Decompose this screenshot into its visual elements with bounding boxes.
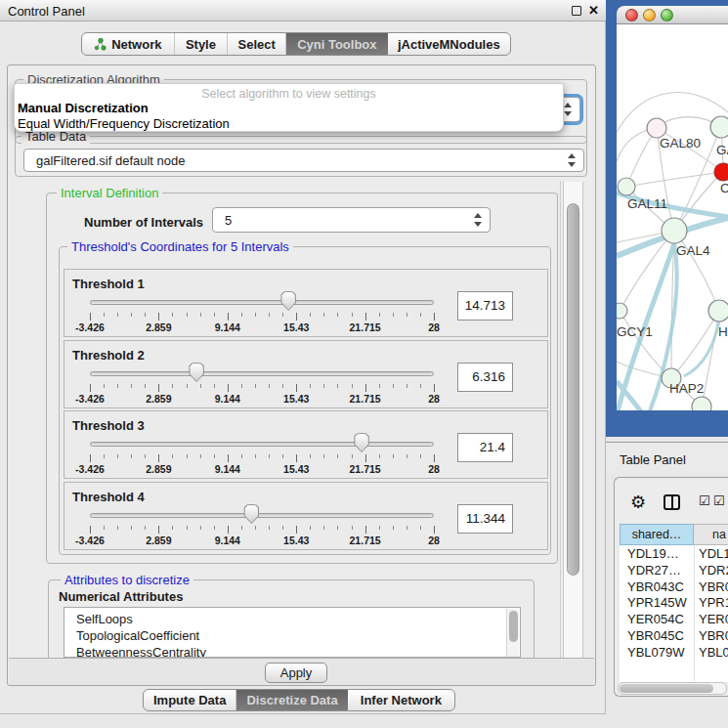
table-data-group: Table Data galFiltered.sif default node: [15, 136, 587, 177]
scrollbar-thumb[interactable]: [509, 611, 518, 642]
threshold-3-slider-track[interactable]: [90, 442, 434, 447]
menu-item-manual-discretization[interactable]: Manual Discretization: [18, 101, 149, 115]
tab-discretize-data-label: Discretize Data: [246, 693, 337, 707]
threshold-4-slider-track[interactable]: [90, 513, 434, 518]
table-row[interactable]: YPR145WYPR1: [620, 594, 728, 611]
tab-cyni-toolbox[interactable]: Cyni Toolbox: [286, 33, 388, 55]
table-row[interactable]: YER054CYER0: [620, 611, 728, 627]
close-traffic-light-icon[interactable]: [625, 9, 638, 21]
list-item[interactable]: BetweennessCentrality: [64, 644, 520, 658]
node-label-hap2: HAP2: [669, 381, 704, 396]
tab-infer-network[interactable]: Infer Network: [348, 690, 454, 710]
node-attribute-table: shared… na YDL19…YDL1 YDR27…YDR2 YBR043C…: [620, 524, 728, 682]
table-row[interactable]: YDL19…YDL1: [620, 545, 728, 562]
threshold-1-panel: Threshold 1 -3.4262.8599.14415.4321.7152…: [64, 269, 548, 337]
threshold-1-label: Threshold 1: [72, 277, 145, 291]
control-panel-tab-bar: Network Style Select Cyni Toolbox jActiv…: [81, 32, 511, 56]
threshold-1-value-field[interactable]: 14.713: [457, 291, 513, 321]
algorithm-dropdown-popup: Select algorithm to view settings Manual…: [14, 83, 564, 132]
node-label-partial-top: GA: [716, 143, 728, 157]
slider-tick-labels: -3.4262.8599.14415.4321.71528: [64, 463, 547, 475]
list-item[interactable]: SelfLoops: [64, 608, 520, 627]
tab-select[interactable]: Select: [228, 33, 286, 55]
checkbox-checked-icon[interactable]: ☑: [699, 493, 710, 508]
screen: Control Panel ✕ Network Style Select: [0, 0, 728, 728]
table-row[interactable]: YDR27…YDR2: [620, 562, 728, 578]
scrollbar-thumb[interactable]: [620, 684, 713, 693]
table-data-combobox[interactable]: galFiltered.sif default node: [23, 149, 584, 172]
checkbox-checked-icon[interactable]: ☑: [713, 493, 725, 508]
close-icon[interactable]: ✕: [588, 3, 599, 18]
tab-select-label: Select: [238, 37, 276, 52]
node-partial-top-right[interactable]: [710, 116, 728, 138]
minimize-traffic-light-icon[interactable]: [643, 9, 656, 21]
table-data-value: galFiltered.sif default node: [36, 153, 185, 168]
thresholds-group-title: Threshold's Coordinates for 5 Intervals: [67, 239, 293, 254]
interval-definition-group: Interval Definition Number of Intervals …: [46, 193, 558, 564]
threshold-3-label: Threshold 3: [72, 418, 145, 433]
node-gal80[interactable]: [647, 118, 666, 138]
threshold-2-slider-thumb[interactable]: [189, 363, 204, 382]
combo-arrows-icon: [474, 213, 483, 227]
tab-impute-data-label: Impute Data: [153, 693, 226, 707]
table-panel-titlebar: Table Panel: [606, 442, 728, 473]
menu-item-equal-width-frequency[interactable]: Equal Width/Frequency Discretization: [18, 116, 230, 131]
float-window-icon[interactable]: [572, 6, 581, 16]
tab-jactivemnodules[interactable]: jActiveMNodules: [388, 33, 510, 55]
settings-scroll-viewport: Interval Definition Number of Intervals …: [14, 181, 561, 658]
control-panel-window: Control Panel ✕ Network Style Select: [0, 0, 606, 714]
threshold-4-value-field[interactable]: 11.344: [457, 504, 513, 534]
network-view-window: GAL80 GA C GAL11 GAL4 GCY1 HA HAP2: [606, 0, 728, 437]
threshold-2-panel: Threshold 2 -3.4262.8599.14415.4321.7152…: [64, 340, 548, 408]
zoom-traffic-light-icon[interactable]: [661, 9, 673, 21]
node-gal4[interactable]: [662, 218, 687, 243]
gear-icon[interactable]: ⚙: [630, 492, 646, 512]
table-panel-body: ⚙ ☑ ☑ shared… na YDL19…YDL1 YDR27…YDR2 Y…: [614, 477, 728, 697]
numerical-attributes-label: Numerical Attributes: [59, 589, 183, 604]
table-row[interactable]: YBR043CYBR0: [620, 578, 728, 595]
network-canvas[interactable]: GAL80 GA C GAL11 GAL4 GCY1 HA HAP2: [617, 24, 728, 410]
window-title: Control Panel: [8, 4, 85, 19]
node-gal11[interactable]: [618, 178, 635, 195]
node-label-gal80: GAL80: [660, 136, 701, 150]
threshold-4-slider-thumb[interactable]: [243, 504, 259, 524]
tab-style[interactable]: Style: [175, 33, 229, 55]
apply-row: Apply: [9, 658, 594, 685]
threshold-1-slider-track[interactable]: [90, 300, 434, 305]
settings-scrollbar[interactable]: [563, 182, 583, 658]
tab-discretize-data[interactable]: Discretize Data: [236, 690, 347, 710]
column-header-name[interactable]: na: [694, 524, 728, 545]
number-of-intervals-combobox[interactable]: 5: [212, 207, 491, 233]
tab-jactivemnodules-label: jActiveMNodules: [398, 37, 500, 52]
combo-arrows-icon: [568, 153, 577, 167]
node-gcy1[interactable]: [617, 303, 627, 319]
node-h[interactable]: [708, 300, 728, 321]
tab-network[interactable]: Network: [82, 33, 175, 55]
scrollbar-thumb[interactable]: [567, 203, 579, 576]
table-row[interactable]: YBL079WYBL0: [620, 644, 728, 660]
network-window-titlebar[interactable]: [617, 6, 728, 24]
node-red-selected[interactable]: [714, 163, 728, 181]
tab-style-label: Style: [186, 37, 216, 52]
slider-tick-labels: -3.4262.8599.14415.4321.71528: [64, 535, 547, 546]
table-panel-title: Table Panel: [620, 452, 686, 467]
threshold-3-slider-thumb[interactable]: [354, 433, 369, 452]
threshold-2-slider-track[interactable]: [90, 371, 434, 376]
column-header-shared-name[interactable]: shared…: [620, 524, 694, 545]
list-scrollbar[interactable]: [506, 609, 519, 658]
node-label-partial-c: C: [720, 181, 728, 195]
split-column-icon[interactable]: [664, 494, 680, 510]
table-horizontal-scrollbar[interactable]: [618, 682, 727, 695]
threshold-2-value-field[interactable]: 6.316: [457, 363, 513, 392]
node-label-gal11: GAL11: [627, 196, 667, 211]
threshold-3-value-field[interactable]: 21.4: [457, 433, 513, 462]
tab-impute-data[interactable]: Impute Data: [144, 690, 236, 710]
apply-button[interactable]: Apply: [265, 663, 327, 683]
node-partial-bottom[interactable]: [692, 397, 711, 410]
threshold-1-slider-thumb[interactable]: [280, 291, 296, 311]
node-label-partial-h: HA: [718, 324, 728, 339]
slider-tick-labels: -3.4262.8599.14415.4321.71528: [64, 393, 547, 405]
table-row[interactable]: YBR045CYBR0: [620, 627, 728, 644]
tab-cyni-toolbox-label: Cyni Toolbox: [297, 37, 376, 52]
list-item[interactable]: TopologicalCoefficient: [64, 627, 520, 644]
